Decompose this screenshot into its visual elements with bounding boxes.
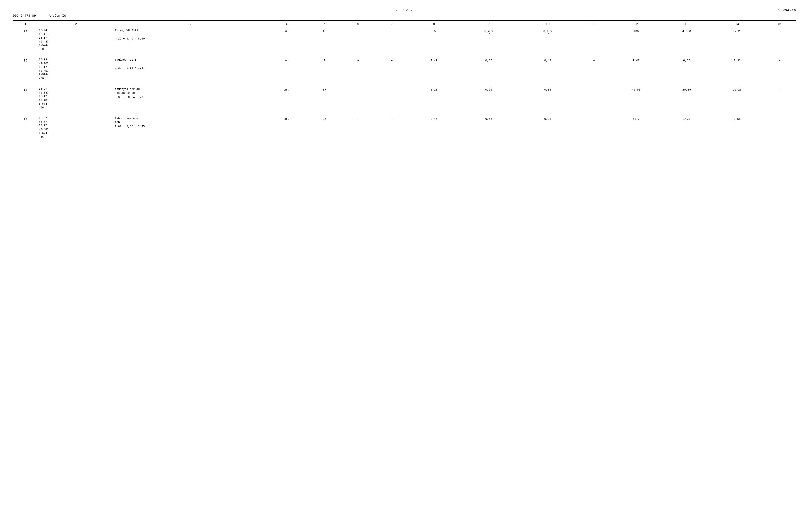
row-col6: – bbox=[341, 87, 375, 111]
row-col4: шт. bbox=[265, 87, 308, 111]
row-col6: – bbox=[341, 116, 375, 140]
col-header-12: I2 bbox=[611, 21, 661, 28]
row-col8: 2,45 bbox=[409, 116, 459, 140]
row-codes: I5-04п9-00II5-I7пI-4538-574--56 bbox=[38, 57, 114, 81]
row-num: I4 bbox=[13, 28, 38, 52]
row-col5: I bbox=[308, 57, 341, 81]
row-col14: I2,2I bbox=[712, 87, 763, 111]
table-row: I4I5-04п6-4III5-I7пI-4478-574--50То же, … bbox=[13, 28, 796, 52]
row-col10: 0,43 bbox=[518, 57, 577, 81]
row-col12: I,47 bbox=[611, 57, 661, 81]
row-col15: – bbox=[762, 116, 796, 140]
col-header-2: 2 bbox=[38, 21, 114, 28]
page-number: - I52 - bbox=[274, 8, 535, 12]
table-row: I7I5-07п5-57I5-I7пI-48I8-574--56Табло св… bbox=[13, 116, 796, 140]
row-col12: I36 bbox=[611, 28, 661, 52]
row-col11: – bbox=[577, 57, 611, 81]
row-col14: I7,28 bbox=[712, 28, 763, 52]
row-col7: – bbox=[375, 57, 409, 81]
main-table-container: I 2 3 4 5 6 7 8 9 IO II I2 I3 I4 I5 I4I5… bbox=[13, 21, 796, 145]
row-col14: 0,33 bbox=[712, 57, 763, 81]
row-spacer bbox=[13, 140, 796, 145]
row-spacer bbox=[13, 81, 796, 87]
row-col5: 37 bbox=[308, 87, 341, 111]
col-header-13: I3 bbox=[661, 21, 712, 28]
sub-header: 902-2-473.89 Альбом IO bbox=[13, 14, 796, 18]
row-desc: Арматура сигналь-ная АС-I20000,38 +0,85 … bbox=[114, 87, 265, 111]
row-col15: – bbox=[762, 57, 796, 81]
col-header-5: 5 bbox=[308, 21, 341, 28]
row-col8: 8,50 bbox=[409, 28, 459, 52]
row-col12: 63,7 bbox=[611, 116, 661, 140]
col-header-7: 7 bbox=[375, 21, 409, 28]
row-col14: 8,58 bbox=[712, 116, 763, 140]
row-col9: 0,55 bbox=[459, 87, 518, 111]
row-col15: – bbox=[762, 87, 796, 111]
row-codes: I5-07п5-57I5-I7пI-48I8-574--56 bbox=[38, 116, 114, 140]
row-spacer bbox=[13, 111, 796, 116]
col-header-10: IO bbox=[518, 21, 577, 28]
row-col9: 0,55 bbox=[459, 57, 518, 81]
row-col8: I,47 bbox=[409, 57, 459, 81]
col-header-11: II bbox=[577, 21, 611, 28]
row-col10: 0,I8xх6 bbox=[518, 28, 577, 52]
col-header-15: I5 bbox=[762, 21, 796, 28]
row-col13: 4I,28 bbox=[661, 28, 712, 52]
row-col9: 0,55 bbox=[459, 116, 518, 140]
col-header-4: 4 bbox=[265, 21, 308, 28]
row-col7: – bbox=[375, 28, 409, 52]
row-col5: 26 bbox=[308, 116, 341, 140]
row-num: I5 bbox=[13, 57, 38, 81]
row-codes: I5-07п5-047I5-I7пI-48I8-574--56 bbox=[38, 87, 114, 111]
row-desc: Табло световоеТСБI,60 + 2,85 = 2,45 bbox=[114, 116, 265, 140]
row-col12: 45,5I bbox=[611, 87, 661, 111]
col-header-3: 3 bbox=[114, 21, 265, 28]
row-col11: – bbox=[577, 116, 611, 140]
col-header-8: 8 bbox=[409, 21, 459, 28]
main-table: I 2 3 4 5 6 7 8 9 IO II I2 I3 I4 I5 I4I5… bbox=[13, 21, 796, 145]
row-col13: 20,35 bbox=[661, 87, 712, 111]
row-num: I7 bbox=[13, 116, 38, 140]
row-col13: I4,3 bbox=[661, 116, 712, 140]
table-row: I5I5-04п9-00II5-I7пI-4538-574--56Тумблер… bbox=[13, 57, 796, 81]
row-col15: – bbox=[762, 28, 796, 52]
col-header-14: I4 bbox=[712, 21, 763, 28]
row-desc: То же, УП 53I34,IO + 4,40 = 8,50 bbox=[114, 28, 265, 52]
row-col5: I6 bbox=[308, 28, 341, 52]
row-col10: 0,33 bbox=[518, 116, 577, 140]
row-codes: I5-04п6-4III5-I7пI-4478-574--50 bbox=[38, 28, 114, 52]
row-col4: шт. bbox=[265, 57, 308, 81]
row-spacer bbox=[13, 52, 796, 57]
row-col8: I,23 bbox=[409, 87, 459, 111]
col-header-6: 6 bbox=[341, 21, 375, 28]
col-header-1: I bbox=[13, 21, 38, 28]
row-col6: – bbox=[341, 57, 375, 81]
doc-ref: 902-2-473.89 bbox=[13, 14, 36, 18]
row-col6: – bbox=[341, 28, 375, 52]
row-col4: шт. bbox=[265, 116, 308, 140]
row-col11: – bbox=[577, 28, 611, 52]
row-col4: шт. bbox=[265, 28, 308, 52]
row-col11: – bbox=[577, 87, 611, 111]
row-col7: – bbox=[375, 116, 409, 140]
row-col13: 0,55 bbox=[661, 57, 712, 81]
page-header: - I52 - 23984-10 bbox=[13, 8, 796, 12]
table-row: I6I5-07п5-047I5-I7пI-48I8-574--56Арматур… bbox=[13, 87, 796, 111]
row-col10: 0,33 bbox=[518, 87, 577, 111]
row-col9: 0,43xх6 bbox=[459, 28, 518, 52]
column-headers: I 2 3 4 5 6 7 8 9 IO II I2 I3 I4 I5 bbox=[13, 21, 796, 28]
album-ref: Альбом IO bbox=[49, 14, 66, 18]
row-num: I6 bbox=[13, 87, 38, 111]
col-header-9: 9 bbox=[459, 21, 518, 28]
row-col7: – bbox=[375, 87, 409, 111]
doc-number: 23984-10 bbox=[778, 8, 796, 12]
row-desc: Тумблер TBI-I0,32 + I,I5 = I,47 bbox=[114, 57, 265, 81]
